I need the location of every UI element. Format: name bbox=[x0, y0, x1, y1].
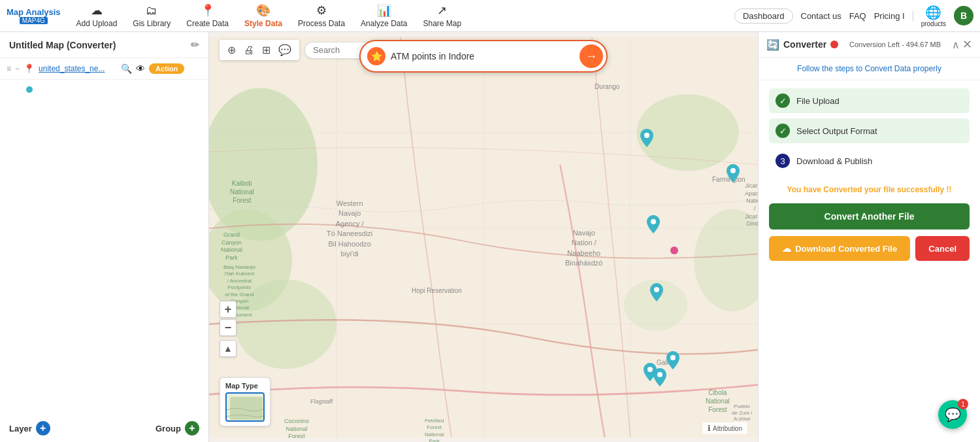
converter-header: 🔄 Converter Conversion Left - 494.67 MB … bbox=[759, 32, 980, 58]
step-3-num: 3 bbox=[776, 154, 790, 168]
cancel-button[interactable]: Cancel bbox=[915, 236, 970, 261]
style-data-icon: 🎨 bbox=[256, 3, 270, 18]
step-3-label: Download & Publish bbox=[796, 156, 872, 166]
zoom-in-button[interactable]: + bbox=[220, 301, 237, 318]
nav-item-style-data[interactable]: 🎨 Style Data bbox=[238, 1, 289, 31]
converter-steps: ✓ File Upload ✓ Select Output Format 3 D… bbox=[759, 80, 980, 181]
products-label: products bbox=[921, 20, 946, 27]
svg-point-15 bbox=[651, 219, 656, 224]
nav-label-gis-library: Gis Library bbox=[133, 19, 171, 28]
group-section: Group + bbox=[155, 421, 199, 435]
gis-library-icon: 🗂 bbox=[146, 4, 157, 18]
map-label-coconino: CoconinoNationalForest bbox=[284, 418, 309, 441]
map-label-zuni: Pueblode Zuni /A:shiwi bbox=[732, 403, 752, 422]
map-title: Untitled Map (Converter) bbox=[9, 40, 116, 50]
add-upload-icon: ☁ bbox=[91, 3, 103, 18]
chevron-up-icon[interactable]: ∧ bbox=[952, 39, 960, 51]
nav-item-create-data[interactable]: 📍 Create Data bbox=[180, 1, 235, 31]
left-panel-header: Untitled Map (Converter) ✏ bbox=[0, 32, 208, 58]
convert-another-button[interactable]: Convert Another File bbox=[769, 203, 970, 230]
share-map-icon: ↗ bbox=[437, 3, 447, 18]
atm-search-go-button[interactable]: → bbox=[580, 44, 603, 68]
layer-minus-icon[interactable]: − bbox=[15, 64, 20, 73]
map-label-cibola: CibolaNationalForest bbox=[706, 388, 730, 414]
svg-point-18 bbox=[647, 367, 653, 372]
nav-contact-link[interactable]: Contact us bbox=[801, 11, 841, 21]
nav-label-analyze-data: Analyze Data bbox=[361, 19, 407, 28]
map-type-thumbnail[interactable] bbox=[225, 392, 265, 422]
top-nav: Map Analysis MAP4G ☁ Add Upload 🗂 Gis Li… bbox=[0, 0, 980, 32]
nav-pricing-link[interactable]: Pricing I bbox=[874, 11, 913, 21]
action-button[interactable]: Action bbox=[149, 63, 184, 74]
info-icon: ℹ bbox=[708, 424, 711, 433]
map-pin-3[interactable] bbox=[647, 215, 660, 233]
layer-location-icon: 📍 bbox=[24, 63, 35, 74]
zoom-controls: + − ▲ bbox=[220, 301, 237, 357]
map-area[interactable]: Durango Farmington NavajoNation /Naabeeh… bbox=[209, 32, 758, 442]
svg-point-13 bbox=[644, 133, 649, 138]
nav-item-share-map[interactable]: ↗ Share Map bbox=[416, 1, 468, 31]
chat-icon: 💬 bbox=[945, 407, 961, 422]
converter-header-actions: ∧ ✕ bbox=[952, 37, 972, 52]
map-pin-2[interactable] bbox=[727, 164, 740, 182]
layers-icon[interactable]: ⊞ bbox=[259, 42, 273, 58]
nav-item-analyze-data[interactable]: 📊 Analyze Data bbox=[354, 1, 414, 31]
zoom-to-layer-icon[interactable]: 🔍 bbox=[121, 63, 132, 74]
map-label-western-navajo: WesternNavajoAgency /Tó NaneesdiziBil Ha… bbox=[327, 199, 372, 259]
nav-item-process-data[interactable]: ⚙ Process Data bbox=[291, 1, 351, 31]
nav-brand[interactable]: Map Analysis MAP4G bbox=[7, 7, 61, 24]
step-2-check: ✓ bbox=[776, 124, 790, 138]
attribution-label: Attribution bbox=[713, 425, 742, 432]
map-pin-4[interactable] bbox=[650, 283, 663, 301]
layer-name[interactable]: united_states_ne... bbox=[39, 64, 117, 73]
map-pin-7[interactable] bbox=[653, 368, 666, 386]
layer-drag-icon[interactable]: ≡ bbox=[7, 64, 11, 73]
download-button[interactable]: ☁ Download Converted File bbox=[769, 236, 910, 261]
map-pin-5[interactable] bbox=[666, 351, 679, 369]
converter-subtitle: Follow the steps to Convert Data properl… bbox=[759, 58, 980, 80]
step-1-check: ✓ bbox=[776, 94, 790, 108]
layer-row: ≡ − 📍 united_states_ne... 🔍 👁 Action bbox=[0, 58, 208, 80]
nav-products[interactable]: 🌐 products bbox=[921, 5, 946, 27]
attribution[interactable]: ℹ Attribution bbox=[702, 422, 747, 434]
chat-bubble[interactable]: 💬 1 bbox=[938, 400, 967, 429]
compass-button[interactable]: ▲ bbox=[220, 340, 237, 357]
step-1-label: File Upload bbox=[796, 96, 840, 106]
add-layer-button[interactable]: + bbox=[36, 421, 50, 435]
zoom-out-button[interactable]: − bbox=[220, 319, 237, 336]
map-label-grand-canyon: GrandCanyonNationalPark bbox=[221, 231, 242, 262]
svg-point-16 bbox=[654, 287, 659, 292]
success-message: You have Converted your file successfull… bbox=[759, 181, 980, 198]
add-group-button[interactable]: + bbox=[185, 421, 199, 435]
converter-red-dot bbox=[830, 41, 838, 48]
toolbar-icons-group: ⊕ 🖨 ⊞ 💬 bbox=[220, 40, 299, 60]
step-file-upload: ✓ File Upload bbox=[769, 88, 970, 113]
nav-faq-link[interactable]: FAQ bbox=[849, 11, 866, 21]
nav-dashboard-link[interactable]: Dashboard bbox=[734, 8, 793, 24]
nav-item-add-upload[interactable]: ☁ Add Upload bbox=[70, 1, 124, 31]
atm-search-text: ATM points in Indore bbox=[391, 51, 580, 61]
nav-avatar[interactable]: B bbox=[954, 6, 973, 26]
map-label-hopi: Hopi Reservation bbox=[412, 287, 462, 294]
nav-label-process-data: Process Data bbox=[298, 19, 345, 28]
download-label: Download Converted File bbox=[795, 244, 897, 254]
nav-label-style-data: Style Data bbox=[244, 19, 282, 28]
map-label-flagstaff: Flagstaff bbox=[310, 398, 333, 405]
visibility-icon[interactable]: 👁 bbox=[136, 63, 145, 74]
map-label-jicarilla: JicarillaApacheNation /JicarillaDindéi bbox=[745, 182, 758, 228]
create-data-icon: 📍 bbox=[201, 3, 215, 18]
print-icon[interactable]: 🖨 bbox=[241, 43, 257, 58]
close-icon[interactable]: ✕ bbox=[962, 37, 972, 52]
map-label-navajo: NavajoNation /NaabeehoBinahásdzó bbox=[565, 228, 603, 269]
comment-icon[interactable]: 💬 bbox=[276, 42, 294, 58]
refresh-icon[interactable]: 🔄 bbox=[766, 39, 779, 51]
process-data-icon: ⚙ bbox=[316, 3, 327, 18]
nav-brand-sub: MAP4G bbox=[20, 17, 48, 24]
map-type-label: Map Type bbox=[225, 382, 265, 390]
step-select-format: ✓ Select Output Format bbox=[769, 118, 970, 143]
edit-icon[interactable]: ✏ bbox=[191, 39, 199, 51]
map-pin-1[interactable] bbox=[640, 129, 653, 147]
step-download-publish: 3 Download & Publish bbox=[769, 148, 970, 173]
nav-item-gis-library[interactable]: 🗂 Gis Library bbox=[126, 1, 177, 31]
crosshair-icon[interactable]: ⊕ bbox=[225, 42, 238, 58]
